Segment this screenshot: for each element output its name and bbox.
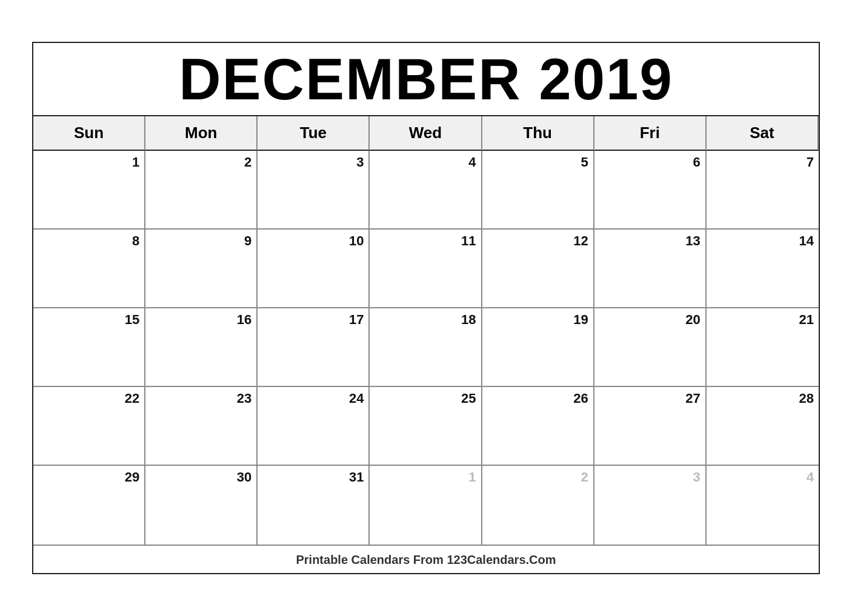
day-cell: 6 bbox=[594, 151, 707, 230]
day-cell: 18 bbox=[370, 308, 482, 387]
calendar: DECEMBER 2019 SunMonTueWedThuFriSat12345… bbox=[32, 42, 820, 574]
day-cell: 8 bbox=[33, 230, 145, 308]
day-cell: 27 bbox=[594, 387, 707, 466]
day-header-mon: Mon bbox=[145, 116, 258, 151]
footer-brand: 123Calendars.Com bbox=[447, 553, 556, 566]
day-cell: 21 bbox=[707, 308, 819, 387]
day-cell: 5 bbox=[482, 151, 594, 230]
day-cell: 24 bbox=[258, 387, 370, 466]
day-cell: 12 bbox=[482, 230, 594, 308]
day-cell: 26 bbox=[482, 387, 594, 466]
day-cell: 2 bbox=[482, 466, 594, 545]
day-cell: 11 bbox=[370, 230, 482, 308]
day-header-sun: Sun bbox=[33, 116, 145, 151]
day-cell: 23 bbox=[145, 387, 258, 466]
day-cell: 17 bbox=[258, 308, 370, 387]
day-cell: 25 bbox=[370, 387, 482, 466]
day-header-sat: Sat bbox=[707, 116, 819, 151]
day-cell: 31 bbox=[258, 466, 370, 545]
calendar-grid: SunMonTueWedThuFriSat1234567891011121314… bbox=[33, 116, 819, 545]
day-cell: 15 bbox=[33, 308, 145, 387]
day-header-fri: Fri bbox=[594, 116, 707, 151]
day-cell: 29 bbox=[33, 466, 145, 545]
day-cell: 14 bbox=[707, 230, 819, 308]
day-header-thu: Thu bbox=[482, 116, 594, 151]
day-cell: 2 bbox=[145, 151, 258, 230]
footer-text: Printable Calendars From bbox=[296, 553, 447, 566]
day-header-tue: Tue bbox=[258, 116, 370, 151]
day-cell: 3 bbox=[594, 466, 707, 545]
day-header-wed: Wed bbox=[370, 116, 482, 151]
calendar-footer: Printable Calendars From 123Calendars.Co… bbox=[33, 545, 819, 573]
day-cell: 1 bbox=[33, 151, 145, 230]
day-cell: 28 bbox=[707, 387, 819, 466]
day-cell: 20 bbox=[594, 308, 707, 387]
day-cell: 9 bbox=[145, 230, 258, 308]
day-cell: 7 bbox=[707, 151, 819, 230]
day-cell: 4 bbox=[370, 151, 482, 230]
day-cell: 10 bbox=[258, 230, 370, 308]
day-cell: 13 bbox=[594, 230, 707, 308]
day-cell: 1 bbox=[370, 466, 482, 545]
day-cell: 22 bbox=[33, 387, 145, 466]
day-cell: 16 bbox=[145, 308, 258, 387]
calendar-title: DECEMBER 2019 bbox=[33, 43, 819, 116]
day-cell: 30 bbox=[145, 466, 258, 545]
day-cell: 3 bbox=[258, 151, 370, 230]
day-cell: 4 bbox=[707, 466, 819, 545]
day-cell: 19 bbox=[482, 308, 594, 387]
